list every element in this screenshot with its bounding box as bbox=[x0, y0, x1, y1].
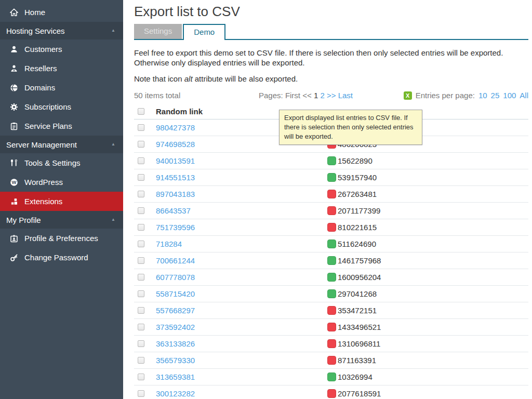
row-checkbox[interactable] bbox=[138, 290, 144, 297]
sidebar-section-my-profile[interactable]: My Profile ▲ bbox=[0, 211, 123, 229]
sidebar-item-label: Subscriptions bbox=[24, 102, 71, 111]
row-checkbox[interactable] bbox=[138, 241, 144, 247]
row-checkbox[interactable] bbox=[138, 374, 144, 380]
entries-per-page-label: Entries per page: bbox=[416, 91, 475, 100]
entries-option-10[interactable]: 10 bbox=[478, 91, 487, 100]
select-all-checkbox[interactable] bbox=[138, 108, 144, 115]
row-link[interactable]: 557668297 bbox=[156, 306, 195, 315]
status-icon bbox=[327, 223, 336, 232]
row-value: 10326994 bbox=[338, 373, 373, 381]
row-checkbox[interactable] bbox=[138, 307, 144, 314]
row-link[interactable]: 897043183 bbox=[156, 190, 195, 198]
sidebar-section-hosting-services[interactable]: Hosting Services ▲ bbox=[0, 22, 123, 39]
sidebar-item-domains[interactable]: Domains bbox=[0, 78, 123, 97]
entries-option-100[interactable]: 100 bbox=[503, 91, 516, 100]
row-checkbox[interactable] bbox=[138, 340, 144, 347]
pagination-last[interactable]: Last bbox=[338, 91, 353, 100]
table-row: 751739596 810221615 bbox=[134, 219, 528, 236]
sidebar-item-profile-preferences[interactable]: Profile & Preferences bbox=[0, 229, 123, 248]
row-link[interactable]: 313659381 bbox=[156, 373, 195, 381]
sidebar-item-customers[interactable]: Customers bbox=[0, 39, 123, 59]
sidebar: Home Hosting Services ▲ Customers Resell… bbox=[0, 0, 123, 399]
sidebar-section-server-management[interactable]: Server Management ▲ bbox=[0, 136, 123, 153]
table-row: 363133826 1310696811 bbox=[134, 336, 528, 352]
row-link[interactable]: 718284 bbox=[156, 240, 182, 248]
row-checkbox[interactable] bbox=[138, 257, 144, 264]
entries-option-25[interactable]: 25 bbox=[491, 91, 500, 100]
entries-option-all[interactable]: All bbox=[520, 91, 528, 100]
sidebar-item-label: Customers bbox=[24, 45, 62, 54]
row-link[interactable]: 940013591 bbox=[156, 156, 195, 165]
row-value: 871163391 bbox=[338, 356, 376, 365]
sidebar-item-label: Home bbox=[24, 8, 45, 17]
row-checkbox[interactable] bbox=[138, 207, 144, 214]
row-checkbox[interactable] bbox=[138, 357, 144, 364]
row-link[interactable]: 373592402 bbox=[156, 323, 195, 331]
row-value: 2077618591 bbox=[338, 389, 381, 398]
row-link[interactable]: 700661244 bbox=[156, 256, 195, 265]
row-checkbox[interactable] bbox=[138, 141, 144, 148]
sidebar-item-label: Tools & Settings bbox=[24, 158, 81, 167]
row-link[interactable]: 607778078 bbox=[156, 273, 195, 282]
table-row: 313659381 10326994 bbox=[134, 369, 528, 385]
sidebar-item-extensions[interactable]: Extensions bbox=[0, 192, 123, 211]
status-icon bbox=[327, 323, 336, 331]
entries-per-page: X Entries per page: 10 25 100 All bbox=[404, 91, 528, 100]
row-value: 267263481 bbox=[338, 190, 377, 198]
tab-demo[interactable]: Demo bbox=[183, 24, 225, 40]
row-checkbox[interactable] bbox=[138, 157, 144, 164]
note-paragraph: Note that icon alt attribute will be als… bbox=[134, 74, 528, 84]
export-tooltip: Export displayed list entries to CSV fil… bbox=[279, 110, 422, 145]
table-row: 558715420 297041268 bbox=[134, 286, 528, 302]
tab-settings[interactable]: Settings bbox=[134, 24, 182, 39]
row-link[interactable]: 980427378 bbox=[156, 123, 195, 132]
status-icon bbox=[327, 389, 336, 398]
row-checkbox[interactable] bbox=[138, 224, 144, 231]
table-row: 700661244 1461757968 bbox=[134, 252, 528, 269]
row-checkbox[interactable] bbox=[138, 174, 144, 181]
status-icon bbox=[327, 306, 336, 315]
sidebar-item-subscriptions[interactable]: Subscriptions bbox=[0, 97, 123, 116]
row-checkbox[interactable] bbox=[138, 274, 144, 281]
pagination-next[interactable]: >> bbox=[327, 91, 336, 100]
row-link[interactable]: 751739596 bbox=[156, 223, 195, 232]
row-link[interactable]: 558715420 bbox=[156, 289, 195, 298]
sidebar-item-tools-settings[interactable]: Tools & Settings bbox=[0, 153, 123, 172]
sidebar-item-label: Domains bbox=[24, 83, 55, 92]
row-link[interactable]: 914551513 bbox=[156, 173, 195, 182]
sidebar-item-home[interactable]: Home bbox=[0, 3, 123, 22]
row-link[interactable]: 363133826 bbox=[156, 339, 195, 348]
home-icon bbox=[10, 8, 18, 17]
table-body: 980427378 974698528 486200823 940013591 … bbox=[134, 119, 528, 399]
pagination-current-page: 1 bbox=[314, 91, 318, 100]
collapse-caret-icon: ▲ bbox=[111, 218, 115, 222]
status-icon bbox=[327, 256, 336, 265]
table-row: 914551513 539157940 bbox=[134, 169, 528, 186]
row-checkbox[interactable] bbox=[138, 191, 144, 197]
table-row: 897043183 267263481 bbox=[134, 186, 528, 203]
items-total: 50 items total bbox=[134, 91, 259, 100]
row-value: 1600956204 bbox=[338, 273, 381, 282]
row-value: 1433496521 bbox=[338, 323, 381, 331]
sidebar-item-label: Profile & Preferences bbox=[24, 234, 98, 243]
csv-export-icon[interactable]: X bbox=[404, 91, 412, 100]
main-content: Export list to CSV Settings Demo Feel fr… bbox=[123, 3, 532, 399]
row-link[interactable]: 356579330 bbox=[156, 356, 195, 365]
row-checkbox[interactable] bbox=[138, 124, 144, 131]
row-link[interactable]: 300123282 bbox=[156, 389, 195, 398]
row-checkbox[interactable] bbox=[138, 324, 144, 330]
status-icon bbox=[327, 206, 336, 215]
row-link[interactable]: 974698528 bbox=[156, 140, 195, 149]
list-toolbar: 50 items total Pages: First << 1 2 >> La… bbox=[134, 91, 528, 100]
sidebar-item-change-password[interactable]: Change Password bbox=[0, 248, 123, 267]
extensions-icon bbox=[10, 197, 18, 206]
pagination-prev: << bbox=[302, 91, 312, 100]
customers-icon bbox=[10, 45, 18, 54]
row-link[interactable]: 86643537 bbox=[156, 206, 191, 215]
pagination-page-2[interactable]: 2 bbox=[320, 91, 324, 100]
tools-settings-icon bbox=[10, 159, 18, 167]
sidebar-item-service-plans[interactable]: Service Plans bbox=[0, 116, 123, 136]
row-checkbox[interactable] bbox=[138, 390, 144, 397]
sidebar-item-resellers[interactable]: Resellers bbox=[0, 59, 123, 78]
sidebar-item-wordpress[interactable]: W WordPress bbox=[0, 172, 123, 192]
